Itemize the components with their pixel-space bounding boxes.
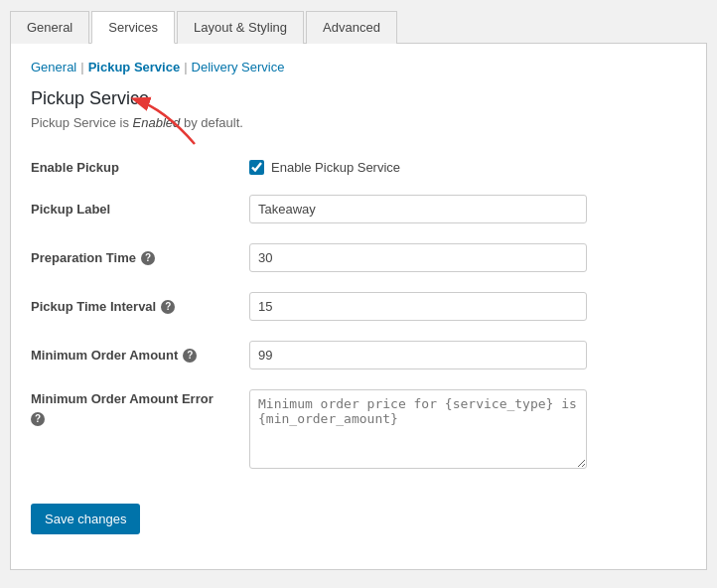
section-title: Pickup Service: [31, 88, 686, 109]
breadcrumb-delivery-service[interactable]: Delivery Service: [192, 60, 285, 74]
pickup-time-interval-label: Pickup Time Interval: [31, 299, 156, 314]
tab-bar: General Services Layout & Styling Advanc…: [10, 10, 707, 44]
row-preparation-time: Preparation Time ?: [31, 233, 686, 282]
minimum-order-amount-label-group: Minimum Order Amount ?: [31, 348, 229, 363]
tab-general-label: General: [27, 20, 72, 35]
preparation-time-label-group: Preparation Time ?: [31, 250, 229, 265]
minimum-order-amount-error-textarea[interactable]: [249, 389, 587, 469]
minimum-order-amount-error-label: Minimum Order Amount Error: [31, 391, 214, 406]
tab-layout-styling[interactable]: Layout & Styling: [177, 11, 304, 44]
enable-pickup-checkbox-row: Enable Pickup Service: [249, 160, 686, 175]
breadcrumb-sep-1: |: [80, 60, 83, 74]
tab-services[interactable]: Services: [91, 11, 175, 44]
enable-pickup-checkbox[interactable]: [249, 160, 264, 175]
row-minimum-order-amount-error: Minimum Order Amount Error ?: [31, 379, 686, 482]
section-desc: Pickup Service is Enabled by default.: [31, 115, 686, 130]
row-enable-pickup: Enable Pickup Enable Pickup Service: [31, 150, 686, 185]
section-desc-prefix: Pickup Service is: [31, 115, 133, 130]
row-minimum-order-amount: Minimum Order Amount ?: [31, 331, 686, 379]
section-desc-em: Enabled: [133, 115, 181, 130]
tab-services-label: Services: [108, 20, 158, 35]
minimum-order-amount-help-icon[interactable]: ?: [183, 349, 197, 363]
tab-advanced-label: Advanced: [323, 20, 380, 35]
pickup-label-label: Pickup Label: [31, 202, 110, 217]
save-changes-button[interactable]: Save changes: [31, 504, 140, 534]
minimum-order-amount-error-help-icon[interactable]: ?: [31, 412, 45, 426]
pickup-label-input[interactable]: [249, 195, 587, 223]
preparation-time-input[interactable]: [249, 243, 587, 272]
preparation-time-help-icon[interactable]: ?: [141, 251, 155, 265]
enable-pickup-label: Enable Pickup: [31, 160, 119, 175]
minimum-order-amount-input[interactable]: [249, 341, 587, 369]
breadcrumb: General | Pickup Service | Delivery Serv…: [31, 60, 686, 74]
enable-pickup-checkbox-label: Enable Pickup Service: [271, 160, 400, 175]
content-area: General | Pickup Service | Delivery Serv…: [10, 44, 707, 570]
section-desc-suffix: by default.: [180, 115, 243, 130]
breadcrumb-sep-2: |: [184, 60, 187, 74]
pickup-time-interval-input[interactable]: [249, 292, 587, 321]
tab-layout-styling-label: Layout & Styling: [194, 20, 287, 35]
pickup-time-interval-help-icon[interactable]: ?: [161, 300, 175, 314]
minimum-order-amount-error-label-group: Minimum Order Amount Error: [31, 391, 229, 406]
row-pickup-time-interval: Pickup Time Interval ?: [31, 282, 686, 331]
tab-advanced[interactable]: Advanced: [306, 11, 397, 44]
minimum-order-amount-label: Minimum Order Amount: [31, 348, 178, 363]
pickup-time-interval-label-group: Pickup Time Interval ?: [31, 299, 229, 314]
row-pickup-label: Pickup Label: [31, 185, 686, 233]
page-wrapper: General Services Layout & Styling Advanc…: [0, 0, 717, 588]
tab-general[interactable]: General: [10, 11, 89, 44]
breadcrumb-pickup-service[interactable]: Pickup Service: [88, 60, 181, 74]
breadcrumb-general[interactable]: General: [31, 60, 76, 74]
preparation-time-label: Preparation Time: [31, 250, 136, 265]
form-table: Enable Pickup Enable Pickup Service Pick…: [31, 150, 686, 482]
